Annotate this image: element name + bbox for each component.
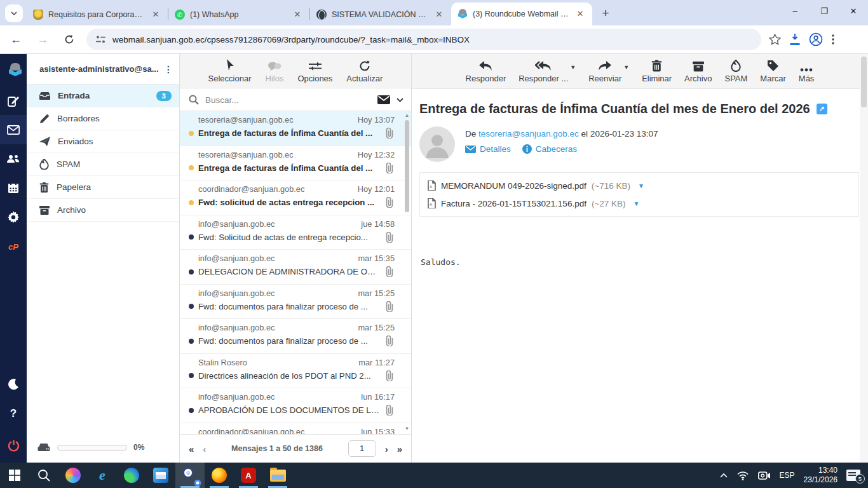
mark-button[interactable]: Marcar [760,58,785,83]
downloads-icon[interactable] [790,34,800,45]
headers-link[interactable]: Cabeceras [522,144,577,154]
tab-roundcube-active[interactable]: (3) Roundcube Webmail :: Entra ✕ [451,3,592,25]
more-button[interactable]: Más [799,58,815,83]
restore-button[interactable]: ❐ [810,0,839,22]
next-page-button[interactable]: › [385,444,388,454]
contacts-icon[interactable] [0,144,27,173]
outlook-icon[interactable] [146,463,175,488]
wifi-icon[interactable] [736,471,749,480]
close-tab-icon[interactable]: ✕ [292,9,303,20]
mail-icon[interactable] [0,115,27,144]
spam-button[interactable]: SPAM [724,58,747,83]
details-link[interactable]: Detalles [465,144,511,154]
cpanel-icon[interactable]: cP [0,232,27,261]
reload-button[interactable] [58,29,80,50]
select-button[interactable]: Seleccionar [208,58,252,83]
file-explorer-icon[interactable] [263,463,292,488]
calendar-icon[interactable] [0,173,27,203]
url-text[interactable]: webmail.sanjuan.gob.ec/cpsess7912867069/… [112,35,470,44]
reply-all-button[interactable]: Responder ... [519,58,568,83]
search-input[interactable] [205,95,371,105]
close-tab-icon[interactable]: ✕ [574,8,586,20]
tray-expand-chevron-icon[interactable] [720,473,728,478]
list-item[interactable]: tesoreria@sanjuan.gob.ecHoy 12:32 Entreg… [180,146,411,181]
message-count: Mensajes 1 a 50 de 1386 [231,444,323,453]
dark-mode-moon-icon[interactable] [0,370,27,399]
list-scrollbar[interactable]: ▲ ▼ [403,112,410,434]
copilot-icon[interactable] [58,463,88,488]
scrollbar-thumb[interactable] [861,57,867,107]
taskbar-clock[interactable]: 13:40 23/1/2026 [804,466,837,485]
edge-icon[interactable] [117,463,146,488]
tab-requisitos[interactable]: Requisitos para Corporaciones ✕ [27,4,168,25]
page-number-input[interactable]: 1 [348,440,376,457]
bookmark-star-icon[interactable] [769,34,781,45]
list-item[interactable]: coordinador@sanjuan.gob.eclun 15:33 [180,423,411,435]
account-menu-icon[interactable]: ⋮ [161,64,175,74]
threads-button[interactable]: Hilos [266,58,284,83]
chrome-icon[interactable]: ☺ [175,463,205,488]
archive-button[interactable]: Archivo [684,58,712,83]
firefox-icon[interactable] [205,463,234,488]
list-item[interactable]: tesoreria@sanjuan.gob.ecHoy 13:07 Entreg… [180,111,411,146]
internet-explorer-icon[interactable]: e [88,463,117,488]
forward-button[interactable]: → [32,29,53,50]
taskbar-search-icon[interactable] [29,463,58,488]
list-item[interactable]: info@sanjuan.gob.ecmar 15:35 DELEGACION … [180,250,411,285]
list-item[interactable]: info@sanjuan.gob.eclun 16:17 APROBACIÓN … [180,388,411,423]
first-page-button[interactable]: « [189,444,194,454]
close-tab-icon[interactable]: ✕ [150,9,161,20]
sidebar-item-papelera[interactable]: Papelera [27,176,179,199]
list-item[interactable]: coordinador@sanjuan.gob.ecHoy 12:01 Fwd:… [180,180,411,215]
attachment-menu-caret-icon[interactable]: ▼ [638,182,644,189]
help-icon[interactable]: ? [0,399,27,428]
back-button[interactable]: ← [5,29,27,50]
tab-sistema-validacion[interactable]: SISTEMA VALIDACIÓN DE PERFI ✕ [310,4,451,25]
attachment-menu-caret-icon[interactable]: ▼ [634,200,640,207]
search-options-chevron-icon[interactable] [397,98,403,102]
delete-button[interactable]: Eliminar [642,58,672,83]
site-settings-icon[interactable] [95,35,106,44]
open-in-new-window-icon[interactable]: ↗ [817,104,827,114]
sidebar-item-borradores[interactable]: Borradores [27,107,179,130]
meet-now-icon[interactable] [758,471,771,480]
reader-scrollbar[interactable] [860,54,868,463]
reply-all-caret-icon[interactable]: ▼ [570,64,576,71]
notifications-icon[interactable]: 5 [846,470,860,481]
settings-gear-icon[interactable] [0,203,27,232]
logout-power-icon[interactable] [0,428,27,463]
sender-email-link[interactable]: tesoreria@sanjuan.gob.ec [478,129,579,139]
close-window-button[interactable]: ✕ [839,0,868,22]
attachment-item[interactable]: A MEMORANDUM 049-2026-signed.pdf (~716 K… [428,177,851,194]
prev-page-button[interactable]: ‹ [203,444,206,454]
browser-menu-icon[interactable] [832,34,834,44]
tab-search-button[interactable] [5,4,23,22]
scrollbar-thumb[interactable] [405,120,409,212]
forward-button[interactable]: Reenviar [588,58,621,83]
new-tab-button[interactable]: + [597,6,614,20]
sidebar-item-enviados[interactable]: Enviados [27,130,179,153]
attachment-item[interactable]: A Factura - 2026-01-15T153021.156.pdf (~… [428,194,851,212]
sidebar-item-spam[interactable]: SPAM [27,153,179,176]
sidebar-item-archivo[interactable]: Archivo [27,199,179,222]
list-item[interactable]: info@sanjuan.gob.ecmar 15:25 Fwd: docume… [180,285,411,320]
options-button[interactable]: Opciones [297,58,332,83]
search-scope-mail-icon[interactable] [377,95,390,104]
sidebar-item-entrada[interactable]: Entrada 3 [27,85,179,107]
acrobat-icon[interactable]: A [234,463,263,488]
forward-caret-icon[interactable]: ▼ [623,64,629,71]
minimize-button[interactable]: – [780,0,810,22]
refresh-button[interactable]: Actualizar [346,58,383,83]
list-item[interactable]: Stalin Roseromar 11:27 Directrices aline… [180,354,411,389]
list-item[interactable]: info@sanjuan.gob.ecmar 15:25 Fwd: docume… [180,319,411,354]
address-bar[interactable]: webmail.sanjuan.gob.ec/cpsess7912867069/… [86,29,761,50]
tab-whatsapp[interactable]: ✆ (1) WhatsApp ✕ [168,4,309,25]
last-page-button[interactable]: » [397,444,402,454]
reply-button[interactable]: Responder [466,58,506,83]
close-tab-icon[interactable]: ✕ [433,9,445,20]
compose-icon[interactable] [0,86,27,115]
start-button[interactable] [0,463,29,488]
profile-icon[interactable] [809,32,823,46]
list-item[interactable]: info@sanjuan.gob.ecjue 14:58 Fwd: Solici… [180,215,411,250]
language-indicator[interactable]: ESP [780,471,795,480]
